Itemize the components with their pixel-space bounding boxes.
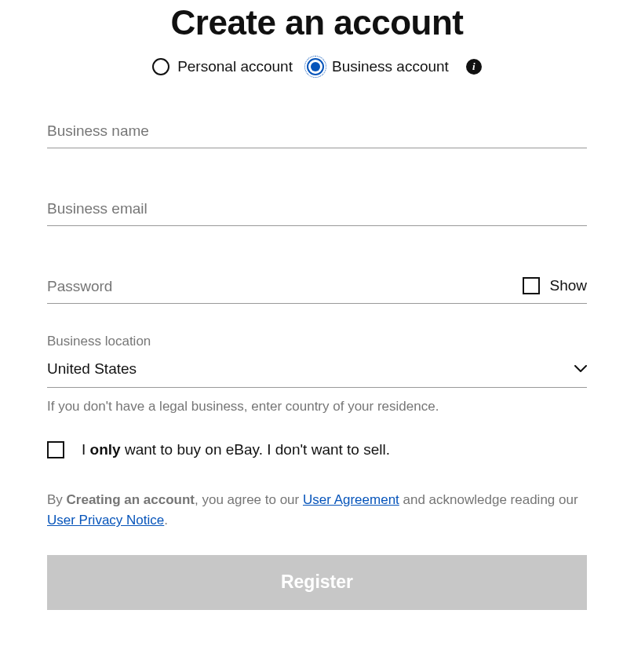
business-location-select[interactable]: United States	[47, 360, 587, 388]
radio-personal-account[interactable]: Personal account	[152, 58, 293, 75]
buy-only-label: I only want to buy on eBay. I don't want…	[82, 441, 390, 458]
info-icon[interactable]: i	[466, 59, 482, 75]
radio-business-account[interactable]: Business account	[307, 58, 449, 75]
user-agreement-link[interactable]: User Agreement	[303, 492, 399, 507]
show-password-toggle[interactable]: Show	[523, 277, 587, 299]
password-field: Show	[47, 273, 587, 304]
register-button[interactable]: Register	[47, 555, 587, 610]
legal-text: By Creating an account, you agree to our…	[47, 490, 587, 531]
page-title: Create an account	[47, 3, 587, 42]
account-type-selector: Personal account Business account i	[47, 58, 587, 75]
business-location-label: Business location	[47, 334, 587, 349]
buy-only-checkbox-row[interactable]: I only want to buy on eBay. I don't want…	[47, 441, 587, 458]
radio-selected-icon	[307, 58, 324, 75]
business-name-field	[47, 118, 587, 148]
checkbox-icon	[47, 441, 64, 458]
radio-unselected-icon	[152, 58, 169, 75]
checkbox-icon	[523, 277, 540, 294]
radio-business-label: Business account	[332, 58, 449, 75]
business-location-block: Business location United States If you d…	[47, 334, 587, 415]
business-email-input[interactable]	[47, 195, 587, 225]
chevron-down-icon	[574, 365, 587, 373]
show-password-label: Show	[549, 277, 587, 294]
business-location-value: United States	[47, 360, 137, 378]
business-name-input[interactable]	[47, 118, 587, 148]
password-input[interactable]	[47, 273, 513, 303]
radio-personal-label: Personal account	[177, 58, 293, 75]
business-email-field	[47, 195, 587, 226]
business-location-hint: If you don't have a legal business, ente…	[47, 399, 587, 415]
user-privacy-link[interactable]: User Privacy Notice	[47, 513, 164, 528]
